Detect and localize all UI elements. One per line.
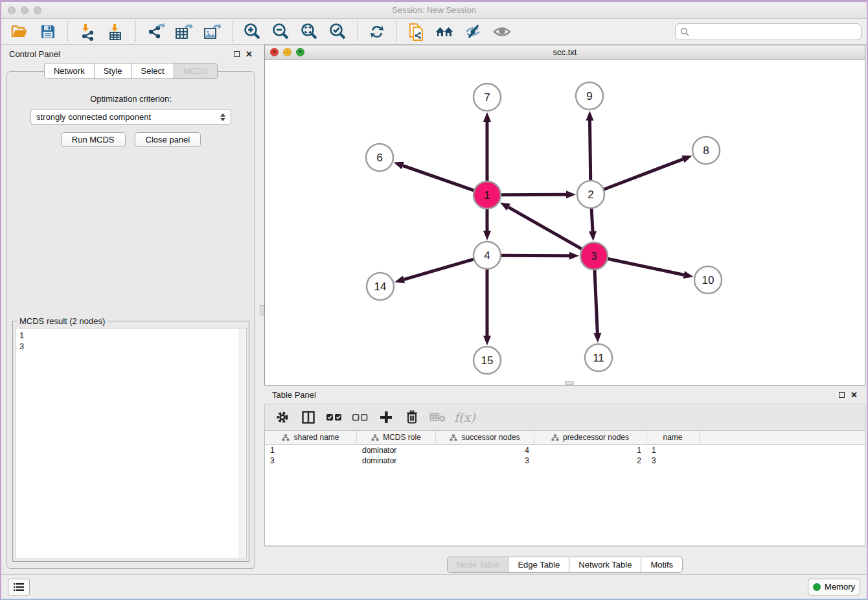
zoom-out-icon[interactable] — [268, 21, 293, 42]
tab-mcds[interactable]: MCDS — [174, 63, 218, 79]
save-session-icon[interactable] — [35, 21, 61, 42]
table-horizontal-scrollbar[interactable] — [264, 546, 865, 555]
hide-selected-icon[interactable] — [461, 21, 486, 42]
tab-network[interactable]: Network — [44, 63, 95, 79]
graph-edge[interactable] — [501, 255, 569, 256]
optimization-criterion-select[interactable]: strongly connected component — [30, 109, 231, 125]
search-box[interactable] — [675, 23, 862, 40]
attribute-type-icon — [282, 434, 290, 441]
network-view-window: ✕ – + scc.txt 1234678910111415 — [264, 45, 865, 386]
cell-shared-name[interactable]: 3 — [265, 456, 357, 466]
column-header-predecessor-nodes[interactable]: predecessor nodes — [534, 431, 646, 444]
tab-edge-table[interactable]: Edge Table — [508, 557, 569, 573]
close-panel-button[interactable]: Close panel — [135, 132, 201, 147]
tab-motifs[interactable]: Motifs — [641, 557, 683, 573]
close-panel-icon[interactable]: ✕ — [246, 51, 253, 57]
cell-mcds-role[interactable]: dominator — [357, 456, 436, 466]
close-table-panel-icon[interactable]: ✕ — [851, 392, 858, 398]
task-history-button[interactable] — [8, 579, 30, 595]
graph-edge[interactable] — [608, 259, 684, 275]
vertical-splitter-handle[interactable] — [260, 305, 264, 316]
network-canvas[interactable]: 1234678910111415 — [265, 60, 865, 385]
zoom-in-icon[interactable] — [239, 21, 265, 42]
column-header-successor-nodes[interactable]: successor nodes — [436, 431, 534, 444]
table-panel-title: Table Panel — [272, 390, 316, 400]
main-toolbar — [1, 19, 867, 45]
graph-node-label: 11 — [593, 352, 604, 364]
show-all-icon[interactable] — [489, 21, 515, 42]
duplicate-network-icon[interactable] — [404, 21, 429, 42]
cell-predecessor-nodes[interactable]: 1 — [534, 445, 646, 456]
search-input[interactable] — [692, 27, 856, 36]
open-file-icon[interactable] — [6, 21, 32, 42]
column-header-shared-name[interactable]: shared name — [265, 431, 357, 444]
graph-edge-arrowhead — [683, 271, 694, 279]
cell-successor-nodes[interactable]: 4 — [436, 445, 534, 456]
function-builder-icon-disabled: f(x) — [454, 410, 475, 424]
graph-edge[interactable] — [590, 121, 591, 181]
column-header-mcds-role[interactable]: MCDS role — [357, 431, 436, 444]
tab-style[interactable]: Style — [95, 63, 132, 79]
float-panel-icon[interactable] — [234, 51, 240, 57]
graph-node-label: 4 — [484, 249, 490, 262]
result-scrollbar[interactable] — [238, 329, 246, 558]
dropdown-stepper-icon — [220, 113, 225, 121]
delete-column-trash-icon[interactable] — [402, 408, 422, 427]
cell-name[interactable]: 1 — [646, 445, 700, 456]
refresh-layout-icon[interactable] — [364, 21, 390, 42]
cell-filler — [700, 445, 865, 456]
mcds-result-list[interactable]: 1 3 — [15, 328, 247, 559]
main-area: Control Panel ✕ Network Style Select MCD… — [1, 45, 867, 574]
control-panel-title: Control Panel — [9, 49, 60, 59]
cell-mcds-role[interactable]: dominator — [357, 445, 436, 456]
table-row[interactable]: 3 dominator 3 2 3 — [265, 456, 865, 466]
export-image-icon[interactable] — [200, 21, 225, 42]
tab-network-table[interactable]: Network Table — [569, 557, 641, 573]
memory-button[interactable]: Memory — [808, 579, 860, 595]
cell-predecessor-nodes[interactable]: 2 — [534, 456, 646, 466]
graph-edge-arrowhead — [483, 231, 491, 240]
graph-edge[interactable] — [591, 208, 593, 231]
table-row[interactable]: 1 dominator 4 1 1 — [265, 445, 865, 456]
graph-edge-arrowhead — [589, 231, 597, 241]
table-settings-gear-icon[interactable] — [273, 408, 292, 427]
run-mcds-button[interactable]: Run MCDS — [61, 132, 126, 147]
graph-edge[interactable] — [501, 194, 566, 195]
add-column-icon[interactable] — [376, 408, 396, 427]
cell-name[interactable]: 3 — [646, 456, 700, 466]
graph-edge[interactable] — [508, 207, 582, 249]
cell-successor-nodes[interactable]: 3 — [436, 456, 534, 466]
graph-edge[interactable] — [595, 270, 597, 333]
graph-edge[interactable] — [404, 259, 474, 280]
column-header-filler — [700, 431, 865, 444]
select-all-icon[interactable] — [325, 408, 344, 427]
column-visibility-icon[interactable] — [299, 408, 318, 427]
search-icon — [680, 27, 689, 36]
float-table-panel-icon[interactable] — [839, 392, 845, 398]
graph-node-label: 14 — [374, 281, 387, 293]
column-header-name[interactable]: name — [646, 431, 700, 444]
app-window: Session: New Session — [0, 0, 868, 600]
graph-edge[interactable] — [604, 159, 683, 190]
task-list-icon — [13, 583, 25, 592]
graph-edge-arrowhead — [681, 156, 692, 163]
horizontal-splitter-handle[interactable] — [565, 381, 574, 385]
tab-select[interactable]: Select — [132, 63, 174, 79]
network-window-titlebar[interactable]: ✕ – + scc.txt — [265, 45, 865, 60]
network-graph[interactable]: 1234678910111415 — [265, 60, 865, 385]
zoom-selected-icon[interactable] — [325, 21, 350, 42]
graph-edge[interactable] — [403, 166, 474, 191]
tab-node-table[interactable]: Node Table — [447, 557, 509, 573]
cell-shared-name[interactable]: 1 — [265, 445, 357, 456]
node-table: shared name MCDS role successor nodes — [264, 431, 865, 546]
mcds-result-group: MCDS result (2 nodes) 1 3 — [12, 321, 249, 562]
deselect-all-icon[interactable] — [350, 408, 370, 427]
export-table-icon[interactable] — [171, 21, 197, 42]
network-overview-icon[interactable] — [432, 21, 458, 42]
export-network-icon[interactable] — [143, 21, 168, 42]
zoom-fit-icon[interactable] — [296, 21, 322, 42]
status-bar: Memory — [1, 574, 867, 599]
table-toolbar: f(x) — [264, 404, 865, 431]
import-table-icon[interactable] — [103, 21, 129, 42]
import-network-icon[interactable] — [74, 21, 100, 42]
